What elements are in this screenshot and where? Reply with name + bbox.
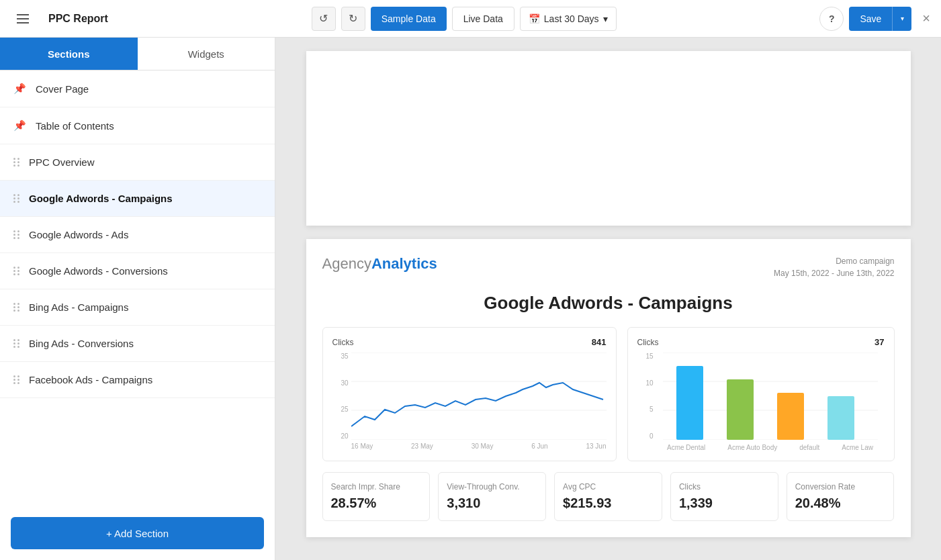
header-center-controls: ↺ ↻ Sample Data Live Data 📅 Last 30 Days… <box>116 7 811 31</box>
sidebar-item-label: Facebook Ads - Campaigns <box>29 374 152 385</box>
drag-handle-icon <box>13 267 19 275</box>
line-chart-label: Clicks <box>332 338 354 347</box>
charts-row: Clicks 841 35 30 25 20 <box>322 327 895 461</box>
sidebar-item-label: Cover Page <box>36 83 89 95</box>
bar-chart-content: Acme Dental Acme Auto Body default Acme … <box>656 353 885 451</box>
sidebar-item-label: Google Adwords - Conversions <box>29 265 168 277</box>
report-date-range: May 15th, 2022 - June 13th, 2022 <box>774 267 894 279</box>
metrics-row: Search Impr. Share 28.57% View-Through C… <box>322 472 895 521</box>
drag-handle-icon <box>13 303 19 312</box>
sidebar-item-google-adwords-campaigns[interactable]: Google Adwords - Campaigns <box>0 181 275 217</box>
metric-label: View-Through Conv. <box>447 482 537 492</box>
tab-sections[interactable]: Sections <box>0 38 138 70</box>
svg-rect-8 <box>676 366 703 440</box>
sidebar-item-bing-ads-conversions[interactable]: Bing Ads - Conversions <box>0 326 275 362</box>
line-chart-x-labels: 16 May 23 May 30 May 6 Jun 13 Jun <box>332 442 607 450</box>
help-button[interactable]: ? <box>819 7 844 31</box>
drag-handle-icon <box>13 194 19 203</box>
pin-icon: 📌 <box>13 120 26 132</box>
app-header: PPC Report ↺ ↻ Sample Data Live Data 📅 L… <box>0 0 941 38</box>
blank-page <box>306 51 911 226</box>
metric-card-view-through: View-Through Conv. 3,310 <box>438 472 546 521</box>
sidebar-item-label: Bing Ads - Campaigns <box>29 301 128 313</box>
hamburger-menu-button[interactable] <box>11 7 35 31</box>
chevron-down-icon: ▾ <box>603 13 608 24</box>
agency-analytics-logo: AgencyAnalytics <box>322 255 437 273</box>
bar-chart-x-labels: Acme Dental Acme Auto Body default Acme … <box>656 444 885 451</box>
metric-value: 20.48% <box>795 496 886 511</box>
sidebar-item-label: Google Adwords - Ads <box>29 229 128 240</box>
logo-analytics-text: Analytics <box>371 255 437 272</box>
report-page: AgencyAnalytics Demo campaign May 15th, … <box>306 239 911 537</box>
sidebar: Sections Widgets 📌 Cover Page 📌 Table of… <box>0 38 275 560</box>
undo-button[interactable]: ↺ <box>312 7 336 31</box>
bar-chart-body: 15 10 5 0 <box>637 353 885 451</box>
line-chart-with-yaxis: 35 30 25 20 <box>332 353 607 440</box>
svg-rect-10 <box>777 393 804 440</box>
bar-chart-y-axis: 15 10 5 0 <box>637 353 656 440</box>
line-chart-svg <box>351 353 607 440</box>
sample-data-button[interactable]: Sample Data <box>371 7 447 31</box>
metric-value: 3,310 <box>447 496 537 511</box>
metric-card-conversion-rate: Conversion Rate 20.48% <box>787 472 895 521</box>
svg-rect-9 <box>727 379 754 440</box>
calendar-icon: 📅 <box>529 13 540 24</box>
sidebar-item-google-adwords-conversions[interactable]: Google Adwords - Conversions <box>0 253 275 289</box>
metric-value: 28.57% <box>331 496 422 511</box>
metric-value: $215.93 <box>563 496 654 511</box>
drag-handle-icon <box>13 375 19 384</box>
metric-label: Conversion Rate <box>795 482 886 492</box>
sidebar-item-google-adwords-ads[interactable]: Google Adwords - Ads <box>0 217 275 253</box>
metric-label: Clicks <box>679 482 770 492</box>
bar-chart-svg <box>656 353 885 440</box>
sidebar-item-ppc-overview[interactable]: PPC Overview <box>0 144 275 181</box>
sidebar-item-label: PPC Overview <box>29 156 95 168</box>
metric-card-clicks: Clicks 1,339 <box>670 472 778 521</box>
report-meta: Demo campaign May 15th, 2022 - June 13th… <box>774 255 894 279</box>
line-chart-y-axis: 35 30 25 20 <box>332 353 351 440</box>
redo-button[interactable]: ↻ <box>341 7 365 31</box>
logo-agency-text: Agency <box>322 255 371 272</box>
line-chart-header: Clicks 841 <box>332 337 607 347</box>
tab-widgets[interactable]: Widgets <box>138 38 275 70</box>
line-chart-card: Clicks 841 35 30 25 20 <box>322 327 617 461</box>
save-button[interactable]: Save <box>849 7 893 31</box>
sidebar-item-bing-ads-campaigns[interactable]: Bing Ads - Campaigns <box>0 289 275 326</box>
sidebar-item-facebook-ads-campaigns[interactable]: Facebook Ads - Campaigns <box>0 362 275 398</box>
sidebar-items-list: 📌 Cover Page 📌 Table of Contents PPC Ove… <box>0 71 275 506</box>
main-content-area: AgencyAnalytics Demo campaign May 15th, … <box>275 38 941 560</box>
line-chart-value: 841 <box>592 337 607 347</box>
metric-label: Avg CPC <box>563 482 654 492</box>
save-dropdown-button[interactable]: ▾ <box>893 7 911 31</box>
drag-handle-icon <box>13 339 19 348</box>
hamburger-icon <box>14 11 32 26</box>
metric-value: 1,339 <box>679 496 770 511</box>
bar-chart-value: 37 <box>875 337 884 347</box>
app-title: PPC Report <box>48 13 108 25</box>
drag-handle-icon <box>13 158 19 167</box>
sidebar-item-label: Table of Contents <box>36 120 114 132</box>
metric-card-search-impr: Search Impr. Share 28.57% <box>322 472 431 521</box>
header-right-controls: ? Save ▾ × <box>819 7 930 31</box>
report-campaign-name: Demo campaign <box>774 255 894 267</box>
bar-chart-label: Clicks <box>637 338 659 347</box>
date-range-label: Last 30 Days <box>544 13 599 24</box>
report-page-title: Google Adwords - Campaigns <box>322 293 895 314</box>
sidebar-item-label: Bing Ads - Conversions <box>29 338 134 349</box>
save-button-group: Save ▾ <box>849 7 911 31</box>
report-page-header: AgencyAnalytics Demo campaign May 15th, … <box>322 255 895 279</box>
date-range-button[interactable]: 📅 Last 30 Days ▾ <box>520 7 617 31</box>
add-section-button[interactable]: + Add Section <box>11 517 264 549</box>
bar-chart-card: Clicks 37 15 10 5 0 <box>627 327 895 461</box>
line-chart-body: 35 30 25 20 <box>332 353 607 450</box>
sidebar-item-label: Google Adwords - Campaigns <box>29 193 173 204</box>
sidebar-tabs: Sections Widgets <box>0 38 275 71</box>
drag-handle-icon <box>13 230 19 239</box>
live-data-button[interactable]: Live Data <box>452 7 514 31</box>
close-button[interactable]: × <box>922 11 930 26</box>
sidebar-item-table-of-contents[interactable]: 📌 Table of Contents <box>0 107 275 144</box>
metric-label: Search Impr. Share <box>331 482 422 492</box>
main-layout: Sections Widgets 📌 Cover Page 📌 Table of… <box>0 38 941 560</box>
sidebar-item-cover-page[interactable]: 📌 Cover Page <box>0 71 275 107</box>
bar-chart-header: Clicks 37 <box>637 337 885 347</box>
